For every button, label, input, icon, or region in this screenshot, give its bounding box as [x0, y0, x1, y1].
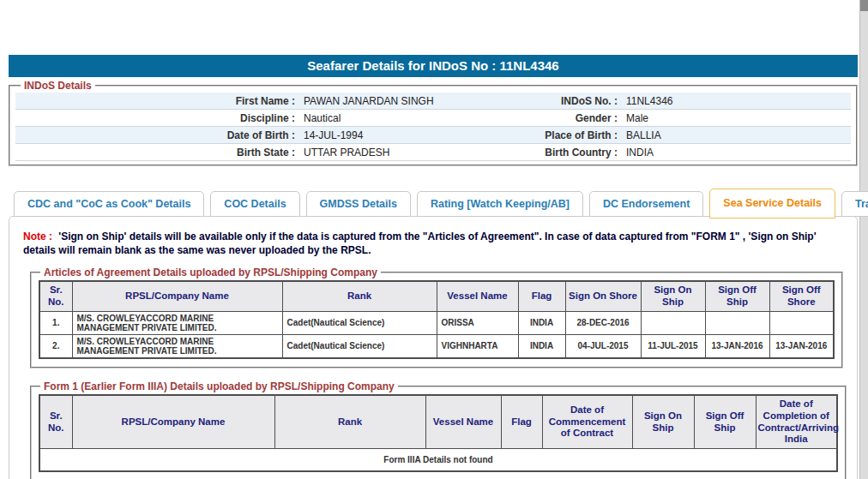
cell-company: M/S. CROWLEYACCORD MARINE MANAGEMENT PRI… — [72, 334, 282, 358]
indos-details-fieldset: INDoS Details First Name : PAWAN JANARDA… — [9, 80, 858, 166]
col-header-sign-on-shore: Sign On Shore — [565, 281, 641, 311]
tab-cdc-and-coc-as-cook-details[interactable]: CDC and "CoC as Cook" Details — [14, 191, 204, 217]
tab-bar: CDC and "CoC as Cook" Details COC Detail… — [9, 189, 858, 217]
cell-rank: Cadet(Nautical Science) — [282, 311, 437, 334]
cell-sr-no: 1. — [39, 311, 72, 334]
cell-vessel: ORISSA — [437, 311, 518, 334]
articles-of-agreement-legend: Articles of Agreement Details uploaded b… — [40, 266, 381, 278]
info-row-2: Discipline : Nautical Gender : Male — [15, 110, 851, 127]
indos-no-value: 11NL4346 — [621, 95, 851, 107]
form1-not-found-message: Form IIIA Details not found — [39, 449, 837, 471]
tab-sea-service-details[interactable]: Sea Service Details — [709, 189, 835, 219]
note: Note : 'Sign on Ship' details will be av… — [9, 217, 857, 257]
cell-sign-on-ship: 11-JUL-2015 — [641, 334, 705, 358]
cell-sign-off-ship — [705, 311, 769, 334]
cell-sign-on-shore: 04-JUL-2015 — [565, 334, 641, 358]
col-header-flag: Flag — [501, 395, 542, 449]
cell-sign-on-ship — [641, 311, 705, 334]
cell-sign-off-shore: 13-JAN-2016 — [769, 334, 834, 358]
tab-training-details[interactable]: Training Details — [841, 191, 868, 217]
tab-dc-endorsement[interactable]: DC Endorsement — [589, 191, 703, 217]
col-header-sign-off-shore: Sign Off Shore — [769, 281, 834, 311]
form1-table: Sr. No. RPSL/Company Name Rank Vessel Na… — [39, 394, 838, 472]
col-header-vessel: Vessel Name — [437, 281, 518, 311]
info-row-1: First Name : PAWAN JANARDAN SINGH INDoS … — [15, 93, 851, 110]
col-header-date-of-commencement: Date of Commencement of Contract — [542, 395, 632, 449]
tab-rating-watch-keeping-ab[interactable]: Rating [Watch Keeping/AB] — [417, 191, 583, 217]
gender-label: Gender : — [492, 112, 621, 124]
note-label: Note : — [23, 231, 56, 242]
birth-country-label: Birth Country : — [492, 147, 621, 159]
cell-flag: INDIA — [518, 311, 565, 334]
col-header-rank: Rank — [282, 281, 437, 311]
birth-state-label: Birth State : — [15, 147, 298, 159]
birth-state-value: UTTAR PRADESH — [298, 147, 492, 159]
main-content: Seafarer Details for INDoS No : 11NL4346… — [9, 55, 858, 479]
col-header-vessel: Vessel Name — [425, 395, 501, 449]
col-header-rank: Rank — [274, 395, 425, 449]
birth-country-value: INDIA — [621, 147, 851, 159]
info-row-3: Date of Birth : 14-JUL-1994 Place of Bir… — [15, 127, 851, 144]
col-header-sign-on-ship: Sign On Ship — [632, 395, 694, 449]
cell-sign-off-ship: 13-JAN-2016 — [705, 334, 769, 358]
articles-of-agreement-fieldset: Articles of Agreement Details uploaded b… — [30, 266, 843, 368]
tab-coc-details[interactable]: COC Details — [210, 191, 299, 217]
indos-no-label: INDoS No. : — [492, 95, 621, 107]
col-header-sign-on-ship: Sign On Ship — [641, 281, 705, 311]
form1-fieldset: Form 1 (Earlier Form IIIA) Details uploa… — [30, 380, 847, 479]
cell-sign-off-shore — [769, 311, 834, 334]
cell-sign-on-shore: 28-DEC-2016 — [565, 311, 641, 334]
date-of-birth-value: 14-JUL-1994 — [298, 129, 492, 141]
first-name-value: PAWAN JANARDAN SINGH — [298, 95, 492, 107]
discipline-value: Nautical — [298, 112, 492, 124]
col-header-sign-off-ship: Sign Off Ship — [705, 281, 769, 311]
cell-vessel: VIGHNHARTA — [437, 334, 518, 358]
scrollbar-thumb[interactable] — [860, 0, 868, 11]
page-title: Seafarer Details for INDoS No : 11NL4346 — [307, 58, 558, 73]
form1-legend: Form 1 (Earlier Form IIIA) Details uploa… — [40, 380, 398, 392]
cell-rank: Cadet(Nautical Science) — [282, 334, 437, 358]
cell-company: M/S. CROWLEYACCORD MARINE MANAGEMENT PRI… — [72, 311, 282, 334]
place-of-birth-label: Place of Birth : — [492, 129, 621, 141]
place-of-birth-value: BALLIA — [621, 129, 851, 141]
date-of-birth-label: Date of Birth : — [15, 129, 298, 141]
col-header-date-of-completion: Date of Completion of Contract/Arriving … — [756, 395, 837, 449]
col-header-sr-no: Sr. No. — [39, 395, 72, 449]
gender-value: Male — [621, 112, 851, 124]
col-header-flag: Flag — [518, 281, 565, 311]
form1-header-row: Sr. No. RPSL/Company Name Rank Vessel Na… — [39, 395, 837, 449]
articles-header-row: Sr. No. RPSL/Company Name Rank Vessel Na… — [39, 281, 834, 311]
tab-gmdss-details[interactable]: GMDSS Details — [306, 191, 411, 217]
scrollbar-track[interactable] — [859, 0, 868, 479]
col-header-company: RPSL/Company Name — [72, 281, 282, 311]
col-header-sr-no: Sr. No. — [39, 281, 72, 311]
indos-details-legend: INDoS Details — [21, 80, 95, 92]
sea-service-details-panel: Note : 'Sign on Ship' details will be av… — [9, 216, 858, 479]
note-text: 'Sign on Ship' details will be available… — [23, 231, 817, 256]
discipline-label: Discipline : — [15, 112, 298, 124]
col-header-sign-off-ship: Sign Off Ship — [694, 395, 756, 449]
empty-state-row: Form IIIA Details not found — [39, 449, 837, 471]
page-title-bar: Seafarer Details for INDoS No : 11NL4346 — [9, 55, 858, 77]
page: Seafarer Details for INDoS No : 11NL4346… — [0, 0, 868, 479]
cell-flag: INDIA — [518, 334, 565, 358]
cell-sr-no: 2. — [39, 334, 72, 358]
articles-of-agreement-table: Sr. No. RPSL/Company Name Rank Vessel Na… — [39, 280, 835, 359]
info-row-4: Birth State : UTTAR PRADESH Birth Countr… — [15, 144, 851, 161]
first-name-label: First Name : — [15, 95, 298, 107]
col-header-company: RPSL/Company Name — [72, 395, 274, 449]
table-row: 2. M/S. CROWLEYACCORD MARINE MANAGEMENT … — [39, 334, 834, 358]
table-row: 1. M/S. CROWLEYACCORD MARINE MANAGEMENT … — [39, 311, 834, 334]
